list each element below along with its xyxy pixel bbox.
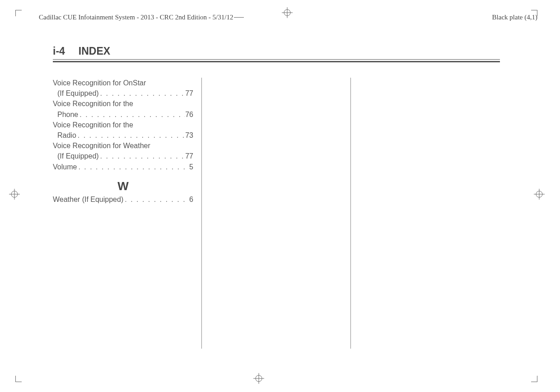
leader-dots [77, 162, 189, 172]
index-entry-page: 76 [185, 109, 193, 120]
index-entry-label: Voice Recognition for the [53, 120, 133, 130]
leader-dots [99, 151, 186, 161]
page-header: i-4 INDEX [53, 45, 500, 60]
index-entry: Voice Recognition for OnStar (If Equippe… [53, 78, 193, 98]
page-content: i-4 INDEX Voice Recognition for OnStar (… [53, 45, 500, 349]
index-entry-label: Radio [57, 130, 76, 140]
crop-mark-icon [15, 10, 33, 28]
index-entry-label: Phone [57, 109, 78, 120]
registration-mark-icon [282, 7, 293, 18]
crop-mark-icon [519, 10, 537, 28]
index-column-3 [351, 78, 500, 349]
index-column-1: Voice Recognition for OnStar (If Equippe… [53, 78, 202, 349]
index-section-letter: W [53, 179, 193, 193]
index-entry-label: Voice Recognition for OnStar [53, 78, 146, 88]
index-entry-label: (If Equipped) [57, 88, 99, 98]
leader-dots [76, 130, 185, 140]
registration-mark-icon [534, 189, 545, 200]
index-entry-label: Voice Recognition for Weather [53, 140, 150, 151]
doc-title: Cadillac CUE Infotainment System - 2013 … [39, 14, 233, 21]
index-entry-label: (If Equipped) [57, 151, 99, 161]
title-rule [53, 61, 500, 62]
crop-mark-icon [15, 364, 33, 382]
leader-dots [78, 109, 185, 120]
index-entry: Weather (If Equipped) 6 [53, 194, 193, 205]
page-title: INDEX [79, 45, 110, 57]
registration-mark-icon [9, 189, 20, 200]
index-entry-label: Voice Recognition for the [53, 98, 133, 109]
index-columns: Voice Recognition for OnStar (If Equippe… [53, 78, 500, 349]
index-entry: Voice Recognition for Weather (If Equipp… [53, 140, 193, 161]
registration-mark-icon [253, 373, 264, 384]
index-entry-page: 77 [185, 151, 193, 161]
index-entry: Voice Recognition for the Radio 73 [53, 120, 193, 140]
index-entry-page: 73 [185, 130, 193, 140]
leader-dots [99, 88, 186, 98]
crop-mark-icon [519, 364, 537, 382]
index-entry: Voice Recognition for the Phone 76 [53, 98, 193, 119]
page-number: i-4 [53, 45, 65, 57]
leader-dots [123, 194, 189, 205]
index-entry-page: 5 [189, 162, 193, 172]
index-column-2 [202, 78, 351, 349]
index-entry-page: 6 [189, 194, 193, 205]
index-entry-page: 77 [185, 88, 193, 98]
index-entry-label: Weather (If Equipped) [53, 194, 123, 205]
index-entry-label: Volume [53, 162, 77, 172]
header-rule [234, 17, 244, 18]
index-entry: Volume 5 [53, 162, 193, 172]
